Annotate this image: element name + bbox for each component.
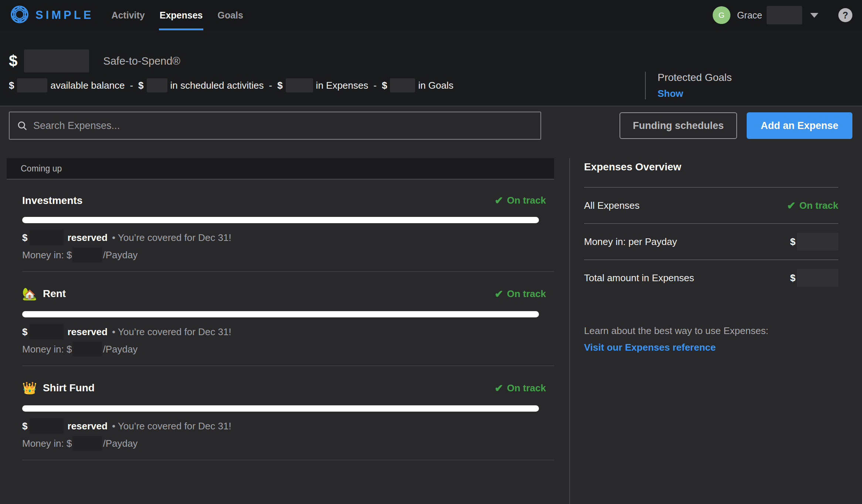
toolbar-buttons: Funding schedules Add an Expense — [620, 112, 852, 139]
progress-fill — [22, 217, 539, 223]
sidebar-row-money-in: Money in: per Payday $ — [584, 224, 838, 259]
redacted-money-in-amount — [72, 248, 102, 262]
nav-tab-goals[interactable]: Goals — [217, 0, 244, 30]
status-badge: ✔ On track — [495, 382, 546, 394]
progress-bar — [22, 405, 539, 412]
check-icon: ✔ — [495, 288, 503, 300]
reserved-line: $ reserved • You’re covered for Dec 31! — [22, 324, 554, 340]
help-button[interactable]: ? — [838, 8, 852, 22]
expense-title: Investments — [22, 195, 82, 207]
progress-bar — [22, 217, 539, 223]
expense-item-shirt-fund[interactable]: 👑 Shirt Fund ✔ On track $ reserved • You… — [7, 366, 554, 460]
sts-title: Safe-to-Spend® — [103, 55, 180, 67]
check-icon: ✔ — [495, 382, 503, 394]
status-badge: ✔ On track — [787, 200, 838, 212]
simple-logo-icon — [10, 4, 30, 26]
expense-emoji-icon: 👑 — [22, 381, 37, 395]
covered-text: • You’re covered for Dec 31! — [112, 232, 231, 244]
redacted-reserved-amount — [30, 230, 64, 245]
expense-title: 👑 Shirt Fund — [22, 381, 95, 395]
expense-item-investments[interactable]: Investments ✔ On track $ reserved • You’… — [7, 180, 554, 272]
safe-to-spend-main: $ Safe-to-Spend® — [9, 30, 853, 72]
check-icon: ✔ — [495, 194, 503, 207]
sidebar-row-all-expenses: All Expenses ✔ On track — [584, 188, 838, 223]
expenses-toolbar: Funding schedules Add an Expense — [0, 106, 862, 140]
nav-tab-activity[interactable]: Activity — [111, 0, 145, 30]
add-expense-button[interactable]: Add an Expense — [747, 112, 852, 139]
avatar[interactable]: G — [713, 6, 730, 24]
redacted-scheduled-amount — [147, 78, 167, 92]
reserved-line: $ reserved • You’re covered for Dec 31! — [22, 418, 554, 434]
nav-user-area: G Grace ? — [713, 0, 852, 30]
redacted-last-name — [767, 6, 802, 24]
search-box[interactable] — [9, 112, 541, 140]
expenses-list: Coming up Investments ✔ On track $ res — [7, 158, 554, 460]
money-in-line: Money in: $ /Payday — [22, 436, 554, 451]
money-in-line: Money in: $ /Payday — [22, 342, 554, 357]
progress-fill — [22, 405, 539, 412]
chevron-down-icon[interactable] — [810, 13, 818, 18]
progress-bar — [22, 311, 539, 317]
check-icon: ✔ — [787, 200, 795, 212]
funding-schedules-button[interactable]: Funding schedules — [620, 112, 737, 139]
main-content: Coming up Investments ✔ On track $ res — [0, 158, 862, 504]
redacted-money-in-per-payday — [797, 233, 838, 251]
top-nav: SIMPLE Activity Expenses Goals G Grace ? — [0, 0, 862, 30]
protected-goals-show-link[interactable]: Show — [658, 88, 732, 99]
redacted-expenses-amount — [286, 78, 313, 92]
redacted-money-in-amount — [72, 436, 102, 451]
expense-item-rent[interactable]: 🏡 Rent ✔ On track $ reserved • You’re co… — [7, 272, 554, 366]
redacted-goals-amount — [390, 78, 415, 92]
redacted-sts-amount — [24, 50, 89, 72]
column-divider — [569, 158, 570, 504]
sidebar-title: Expenses Overview — [584, 161, 838, 173]
expenses-overview-sidebar: Expenses Overview All Expenses ✔ On trac… — [584, 158, 838, 353]
progress-fill — [22, 311, 539, 317]
search-input[interactable] — [33, 120, 533, 132]
status-badge: ✔ On track — [495, 194, 546, 207]
coming-up-header: Coming up — [7, 158, 554, 180]
search-icon — [17, 120, 27, 131]
money-in-line: Money in: $ /Payday — [22, 248, 554, 262]
reserved-line: $ reserved • You’re covered for Dec 31! — [22, 230, 554, 245]
expense-divider — [22, 460, 554, 460]
protected-goals-title: Protected Goals — [658, 72, 732, 84]
sidebar-row-total-amount: Total amount in Expenses $ — [584, 260, 838, 296]
brand-wordmark: SIMPLE — [35, 8, 94, 22]
user-name: Grace — [737, 10, 762, 21]
redacted-money-in-amount — [72, 342, 102, 357]
redacted-reserved-amount — [30, 418, 64, 434]
covered-text: • You’re covered for Dec 31! — [112, 326, 231, 338]
brand[interactable]: SIMPLE — [10, 0, 94, 30]
covered-text: • You’re covered for Dec 31! — [112, 420, 231, 432]
expense-title: 🏡 Rent — [22, 287, 66, 301]
redacted-available-balance — [17, 78, 47, 92]
primary-nav: Activity Expenses Goals — [111, 0, 257, 30]
expenses-reference-link[interactable]: Visit our Expenses reference — [584, 342, 838, 353]
redacted-total-in-expenses — [797, 269, 838, 287]
redacted-reserved-amount — [30, 324, 64, 340]
expense-emoji-icon: 🏡 — [22, 287, 37, 301]
protected-goals-block: Protected Goals Show — [645, 72, 732, 99]
nav-tab-expenses[interactable]: Expenses — [159, 0, 204, 30]
status-badge: ✔ On track — [495, 288, 546, 300]
learn-text: Learn about the best way to use Expenses… — [584, 325, 838, 337]
safe-to-spend-section: $ Safe-to-Spend® $ available balance - $… — [0, 30, 862, 106]
sts-currency: $ — [9, 52, 17, 70]
